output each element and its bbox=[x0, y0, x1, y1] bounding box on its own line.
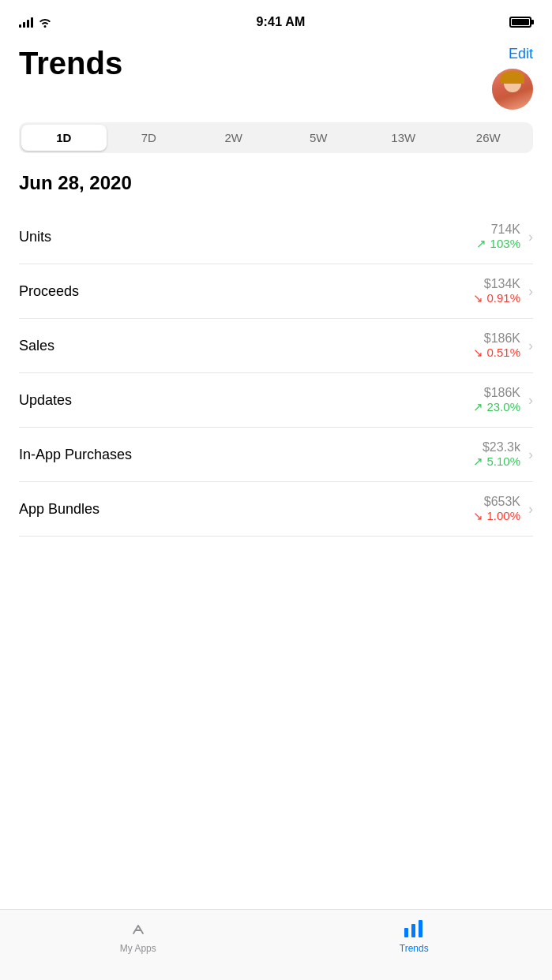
header: Trends Edit bbox=[0, 39, 552, 122]
period-26w[interactable]: 26W bbox=[446, 125, 531, 151]
metric-primary: $653K bbox=[473, 495, 520, 509]
metric-change: ↘ 0.91% bbox=[473, 291, 520, 305]
battery-icon bbox=[509, 17, 531, 28]
metric-right: $653K ↘ 1.00% › bbox=[473, 495, 533, 523]
period-13w[interactable]: 13W bbox=[361, 125, 446, 151]
svg-rect-0 bbox=[404, 928, 408, 937]
metric-label: In-App Purchases bbox=[19, 447, 132, 463]
tab-trends[interactable]: Trends bbox=[276, 918, 553, 954]
svg-rect-2 bbox=[419, 920, 422, 937]
metric-primary: $134K bbox=[473, 277, 520, 291]
metric-values: $23.3k ↗ 5.10% bbox=[473, 440, 520, 469]
metric-label: Updates bbox=[19, 392, 72, 409]
metric-primary: $186K bbox=[473, 386, 520, 400]
metric-primary: $23.3k bbox=[473, 440, 520, 454]
metric-label: Proceeds bbox=[19, 283, 79, 300]
appstore-icon bbox=[127, 918, 149, 940]
chevron-right-icon: › bbox=[528, 392, 533, 409]
metric-right: $134K ↘ 0.91% › bbox=[473, 277, 533, 305]
metric-values: $653K ↘ 1.00% bbox=[473, 495, 520, 523]
page-title: Trends bbox=[19, 46, 122, 80]
tab-bar: My Apps Trends bbox=[0, 909, 552, 980]
metric-right: $186K ↘ 0.51% › bbox=[473, 331, 533, 360]
tab-my-apps[interactable]: My Apps bbox=[0, 918, 276, 954]
metric-primary: $186K bbox=[473, 331, 520, 346]
metric-item-app-bundles[interactable]: App Bundles $653K ↘ 1.00% › bbox=[19, 482, 533, 537]
metric-item-updates[interactable]: Updates $186K ↗ 23.0% › bbox=[19, 373, 533, 428]
tab-my-apps-label: My Apps bbox=[120, 943, 156, 954]
metric-values: $186K ↗ 23.0% bbox=[473, 386, 520, 414]
metric-values: $186K ↘ 0.51% bbox=[473, 331, 520, 360]
date-label: Jun 28, 2020 bbox=[0, 172, 552, 210]
signal-icon bbox=[19, 17, 33, 28]
period-selector: 1D 7D 2W 5W 13W 26W bbox=[19, 122, 533, 153]
header-right: Edit bbox=[492, 46, 533, 110]
metric-change: ↗ 23.0% bbox=[473, 400, 520, 414]
metric-label: Units bbox=[19, 229, 51, 245]
metric-item-sales[interactable]: Sales $186K ↘ 0.51% › bbox=[19, 319, 533, 373]
metric-change: ↘ 1.00% bbox=[473, 509, 520, 523]
metric-item-units[interactable]: Units 714K ↗ 103% › bbox=[19, 210, 533, 264]
wifi-icon bbox=[38, 17, 52, 28]
metric-right: $23.3k ↗ 5.10% › bbox=[473, 440, 533, 469]
chevron-right-icon: › bbox=[528, 501, 533, 518]
metric-label: Sales bbox=[19, 338, 54, 354]
chevron-right-icon: › bbox=[528, 229, 533, 245]
avatar[interactable] bbox=[492, 69, 533, 110]
edit-button[interactable]: Edit bbox=[509, 46, 533, 62]
metric-values: 714K ↗ 103% bbox=[476, 223, 520, 251]
metric-change: ↘ 0.51% bbox=[473, 346, 520, 360]
status-right bbox=[509, 17, 533, 28]
metric-label: App Bundles bbox=[19, 501, 100, 518]
status-bar: 9:41 AM bbox=[0, 0, 552, 39]
metric-change: ↗ 5.10% bbox=[473, 454, 520, 469]
metric-values: $134K ↘ 0.91% bbox=[473, 277, 520, 305]
period-7d[interactable]: 7D bbox=[107, 125, 192, 151]
period-5w[interactable]: 5W bbox=[276, 125, 362, 151]
metric-change: ↗ 103% bbox=[476, 237, 520, 251]
metrics-list: Units 714K ↗ 103% › Proceeds $134K ↘ 0.9… bbox=[0, 210, 552, 537]
status-time: 9:41 AM bbox=[256, 15, 305, 29]
period-2w[interactable]: 2W bbox=[191, 125, 276, 151]
metric-right: $186K ↗ 23.0% › bbox=[473, 386, 533, 414]
chevron-right-icon: › bbox=[528, 283, 533, 300]
status-left bbox=[19, 17, 52, 28]
metric-primary: 714K bbox=[476, 223, 520, 237]
chevron-right-icon: › bbox=[528, 447, 533, 463]
svg-rect-1 bbox=[411, 924, 415, 937]
chevron-right-icon: › bbox=[528, 338, 533, 354]
metric-item-in-app-purchases[interactable]: In-App Purchases $23.3k ↗ 5.10% › bbox=[19, 428, 533, 482]
metric-item-proceeds[interactable]: Proceeds $134K ↘ 0.91% › bbox=[19, 264, 533, 319]
tab-trends-label: Trends bbox=[400, 943, 429, 954]
metric-right: 714K ↗ 103% › bbox=[476, 223, 533, 251]
period-1d[interactable]: 1D bbox=[21, 125, 107, 151]
trends-chart-icon bbox=[403, 918, 425, 940]
